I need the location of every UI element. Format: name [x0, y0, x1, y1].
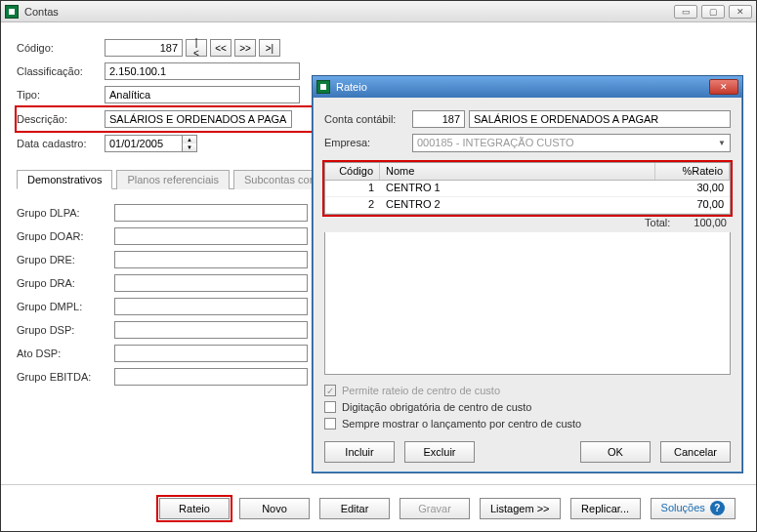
col-nome[interactable]: Nome — [380, 163, 655, 180]
listagem-button[interactable]: Listagem >> — [480, 498, 561, 519]
cell-codigo: 1 — [325, 181, 380, 196]
dialog-close-button[interactable]: ✕ — [709, 79, 738, 95]
check-permite-label: Permite rateio de centro de custo — [342, 385, 500, 396]
app-icon — [5, 5, 19, 19]
ato-dsp-label: Ato DSP: — [17, 348, 114, 359]
rateio-grid[interactable]: Código Nome %Rateio 1 CENTRO 1 30,00 2 C… — [324, 162, 731, 215]
replicar-button[interactable]: Replicar... — [570, 498, 641, 519]
grupo-doar-input[interactable] — [114, 227, 308, 245]
col-pct[interactable]: %Rateio — [655, 163, 730, 180]
col-codigo[interactable]: Código — [325, 163, 380, 180]
minimize-button[interactable]: ▭ — [674, 5, 697, 19]
conta-contabil-label: Conta contábil: — [324, 113, 412, 125]
grupo-ebitda-label: Grupo EBITDA: — [17, 371, 114, 383]
grupo-doar-label: Grupo DOAR: — [17, 230, 114, 242]
incluir-button[interactable]: Incluir — [324, 441, 395, 463]
tab-planos[interactable]: Planos referenciais — [116, 170, 230, 189]
nav-first-button[interactable]: |< — [186, 39, 207, 57]
total-row: Total: 100,00 — [324, 215, 731, 232]
empresa-label: Empresa: — [324, 137, 412, 148]
nav-prev-button[interactable]: << — [210, 39, 231, 57]
date-spinner[interactable]: ▲ ▼ — [183, 135, 197, 152]
data-cadastro-input[interactable] — [105, 135, 183, 152]
codigo-label: Código: — [17, 42, 105, 54]
descricao-input[interactable] — [105, 110, 292, 128]
codigo-row: Código: |< << >> >| — [17, 36, 740, 60]
novo-button[interactable]: Novo — [239, 498, 310, 519]
total-label: Total: — [645, 217, 670, 232]
dialog-titlebar: Rateio ✕ — [313, 76, 742, 98]
maximize-button[interactable]: ▢ — [701, 5, 725, 19]
check-digitacao[interactable]: Digitação obrigatória de centro de custo — [324, 401, 731, 413]
cell-codigo: 2 — [325, 197, 380, 213]
checkbox-icon: ✓ — [324, 385, 336, 396]
gravar-button[interactable]: Gravar — [400, 498, 470, 519]
grupo-dsp-input[interactable] — [114, 321, 308, 339]
date-spin-down[interactable]: ▼ — [183, 143, 196, 151]
chevron-down-icon: ▼ — [718, 139, 726, 147]
table-row[interactable]: 2 CENTRO 2 70,00 — [325, 197, 730, 214]
empresa-select[interactable]: 000185 - INTEGRAÇÃO CUSTO ▼ — [412, 134, 731, 152]
cell-nome: CENTRO 1 — [380, 181, 655, 196]
ato-dsp-input[interactable] — [114, 345, 308, 362]
grupo-dlpa-label: Grupo DLPA: — [17, 207, 114, 219]
grupo-ebitda-input[interactable] — [114, 368, 308, 386]
help-icon: ? — [710, 501, 725, 515]
cell-pct: 70,00 — [655, 197, 730, 213]
data-cadastro-label: Data cadastro: — [17, 138, 105, 149]
descricao-label: Descrição: — [17, 113, 105, 125]
tipo-label: Tipo: — [17, 89, 105, 101]
date-spin-up[interactable]: ▲ — [183, 136, 196, 143]
codigo-input[interactable] — [105, 39, 183, 57]
grid-header: Código Nome %Rateio — [325, 163, 730, 181]
grupo-dmpl-input[interactable] — [114, 298, 308, 315]
dialog-title: Rateio — [336, 81, 703, 93]
check-sempre-label: Sempre mostrar o lançamento por centro d… — [342, 418, 581, 430]
total-value: 100,00 — [694, 217, 727, 232]
cancelar-button[interactable]: Cancelar — [660, 441, 731, 463]
classificacao-label: Classificação: — [17, 65, 105, 77]
window-title: Contas — [24, 6, 668, 18]
conta-name-input[interactable] — [469, 110, 731, 128]
grupo-dmpl-label: Grupo DMPL: — [17, 301, 114, 312]
check-sempre[interactable]: Sempre mostrar o lançamento por centro d… — [324, 418, 731, 430]
conta-code-input[interactable] — [412, 110, 465, 128]
grid-highlight: Código Nome %Rateio 1 CENTRO 1 30,00 2 C… — [324, 162, 731, 215]
editar-button[interactable]: Editar — [319, 498, 390, 519]
cell-nome: CENTRO 2 — [380, 197, 655, 213]
grupo-dra-input[interactable] — [114, 274, 308, 292]
main-titlebar: Contas ▭ ▢ ✕ — [1, 1, 756, 22]
rateio-dialog: Rateio ✕ Conta contábil: Empresa: 000185… — [312, 75, 743, 473]
check-permite: ✓ Permite rateio de centro de custo — [324, 385, 731, 396]
solucoes-button[interactable]: Soluções ? — [651, 498, 736, 519]
classificacao-input[interactable] — [105, 62, 300, 80]
grid-blank-area[interactable] — [324, 232, 731, 375]
grupo-dre-label: Grupo DRE: — [17, 254, 114, 266]
dialog-button-bar: Incluir Excluir OK Cancelar — [324, 441, 731, 463]
ok-button[interactable]: OK — [580, 441, 651, 463]
rateio-button[interactable]: Rateio — [159, 498, 230, 519]
empresa-value: 000185 - INTEGRAÇÃO CUSTO — [417, 137, 574, 148]
grupo-dsp-label: Grupo DSP: — [17, 324, 114, 336]
tab-demonstrativos[interactable]: Demonstrativos — [17, 170, 112, 189]
solucoes-label: Soluções — [661, 502, 705, 513]
table-row[interactable]: 1 CENTRO 1 30,00 — [325, 181, 730, 197]
dialog-app-icon — [316, 80, 330, 94]
grupo-dra-label: Grupo DRA: — [17, 277, 114, 289]
grupo-dlpa-input[interactable] — [114, 204, 308, 222]
nav-next-button[interactable]: >> — [234, 39, 256, 57]
check-digitacao-label: Digitação obrigatória de centro de custo — [342, 401, 531, 413]
grupo-dre-input[interactable] — [114, 251, 308, 268]
close-button[interactable]: ✕ — [729, 5, 752, 19]
checkbox-icon — [324, 401, 336, 413]
nav-last-button[interactable]: >| — [259, 39, 280, 57]
bottom-toolbar: Rateio Novo Editar Gravar Listagem >> Re… — [1, 484, 756, 531]
tipo-input[interactable] — [105, 86, 300, 103]
checkbox-icon — [324, 418, 336, 430]
excluir-button[interactable]: Excluir — [404, 441, 475, 463]
cell-pct: 30,00 — [655, 181, 730, 196]
